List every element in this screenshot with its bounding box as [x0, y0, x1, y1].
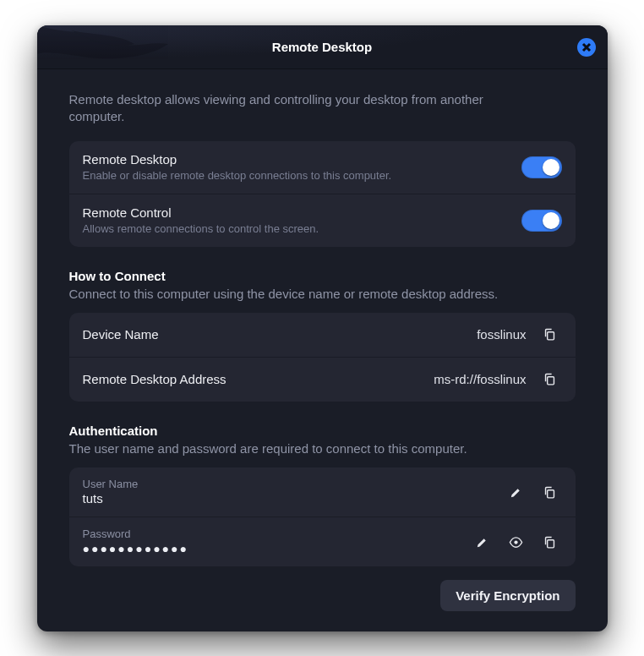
- connect-info-group: Device Name fosslinux Remote Desktop Add…: [69, 313, 576, 402]
- username-left: User Name tuts: [83, 478, 493, 507]
- close-button[interactable]: [577, 38, 596, 57]
- device-name-label-text: Device Name: [83, 326, 466, 343]
- copy-password-button[interactable]: [538, 530, 562, 554]
- remote-desktop-toggle-row: Remote Desktop Enable or disable remote …: [69, 141, 576, 194]
- copy-username-button[interactable]: [538, 480, 562, 504]
- toggle-row-text: Remote Desktop Enable or disable remote …: [83, 151, 510, 183]
- copy-icon: [543, 535, 557, 549]
- copy-icon: [543, 485, 557, 500]
- pencil-icon: [475, 535, 489, 549]
- content-area: Remote desktop allows viewing and contro…: [37, 69, 608, 631]
- how-to-connect-heading: How to Connect: [69, 269, 576, 283]
- svg-rect-1: [548, 377, 554, 385]
- device-name-label: Device Name: [83, 326, 466, 343]
- remote-desktop-switch[interactable]: [521, 156, 562, 178]
- authentication-sub: The user name and password are required …: [69, 441, 576, 456]
- remote-desktop-title: Remote Desktop: [83, 151, 510, 168]
- intro-text: Remote desktop allows viewing and contro…: [69, 91, 509, 126]
- window-header: Remote Desktop: [37, 25, 608, 69]
- auth-group: User Name tuts: [69, 467, 576, 566]
- password-value: ●●●●●●●●●●●●: [83, 542, 459, 556]
- svg-point-3: [514, 540, 517, 544]
- svg-rect-0: [548, 332, 554, 340]
- kali-dragon-decoration: [37, 25, 240, 69]
- password-left: Password ●●●●●●●●●●●●: [83, 528, 459, 555]
- toggles-group: Remote Desktop Enable or disable remote …: [69, 141, 576, 247]
- password-row: Password ●●●●●●●●●●●●: [69, 517, 576, 566]
- svg-rect-4: [548, 539, 554, 547]
- settings-window: Remote Desktop Remote desktop allows vie…: [37, 25, 608, 631]
- rd-address-label: Remote Desktop Address: [83, 371, 423, 388]
- svg-rect-2: [548, 489, 554, 497]
- reveal-password-button[interactable]: [505, 530, 528, 554]
- rd-address-value: ms-rd://fosslinux: [434, 372, 526, 386]
- remote-control-toggle-row: Remote Control Allows remote connections…: [69, 194, 576, 247]
- pencil-icon: [509, 485, 523, 500]
- authentication-heading: Authentication: [69, 424, 576, 438]
- username-value: tuts: [83, 491, 493, 506]
- rd-address-label-text: Remote Desktop Address: [83, 371, 423, 388]
- remote-desktop-subtitle: Enable or disable remote desktop connect…: [83, 169, 510, 183]
- copy-device-name-button[interactable]: [538, 323, 562, 347]
- username-row: User Name tuts: [69, 467, 576, 517]
- edit-username-button[interactable]: [505, 480, 528, 504]
- username-label: User Name: [83, 478, 493, 491]
- rd-address-row: Remote Desktop Address ms-rd://fosslinux: [69, 357, 576, 402]
- how-to-connect-sub: Connect to this computer using the devic…: [69, 287, 576, 301]
- remote-control-switch[interactable]: [521, 210, 562, 232]
- close-icon: [581, 42, 592, 52]
- footer-actions: Verify Encryption: [69, 580, 576, 611]
- remote-control-subtitle: Allows remote connections to control the…: [83, 222, 510, 237]
- verify-encryption-button[interactable]: Verify Encryption: [440, 580, 575, 611]
- password-label: Password: [83, 528, 459, 541]
- device-name-value: fosslinux: [477, 327, 526, 342]
- copy-icon: [543, 327, 557, 342]
- device-name-row: Device Name fosslinux: [69, 313, 576, 357]
- remote-control-title: Remote Control: [83, 205, 510, 221]
- password-actions: [471, 530, 562, 554]
- copy-icon: [543, 372, 557, 386]
- username-actions: [505, 480, 562, 504]
- copy-rd-address-button[interactable]: [538, 368, 562, 391]
- eye-icon: [509, 535, 523, 549]
- edit-password-button[interactable]: [471, 530, 494, 554]
- toggle-row-text: Remote Control Allows remote connections…: [83, 205, 510, 237]
- header-title: Remote Desktop: [272, 40, 372, 54]
